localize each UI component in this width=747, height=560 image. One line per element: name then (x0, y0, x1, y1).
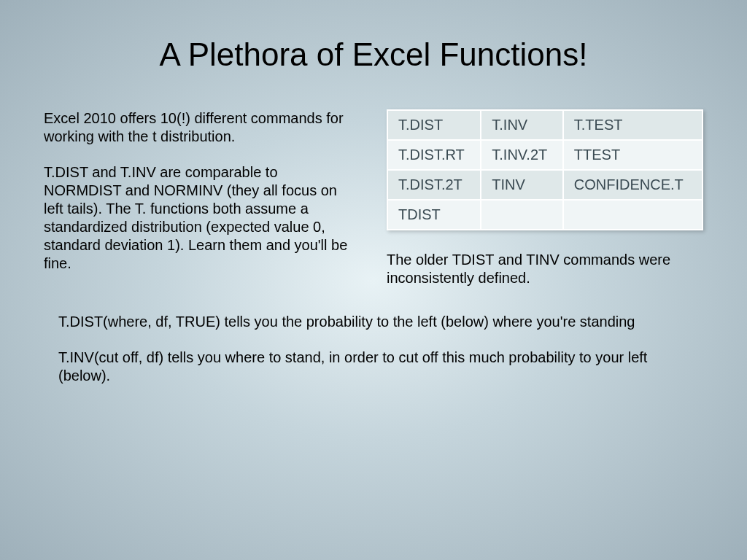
intro-paragraph: Excel 2010 offers 10(!) different comman… (44, 109, 357, 146)
table-row: TDIST (387, 200, 703, 230)
content-row: Excel 2010 offers 10(!) different comman… (44, 109, 703, 287)
table-cell: T.DIST.RT (387, 140, 481, 170)
table-row: T.DIST.2T TINV CONFIDENCE.T (387, 170, 703, 200)
tinv-explanation: T.INV(cut off, df) tells you where to st… (58, 349, 689, 385)
table-cell: T.INV.2T (481, 140, 563, 170)
right-column: T.DIST T.INV T.TEST T.DIST.RT T.INV.2T T… (387, 109, 703, 287)
functions-table: T.DIST T.INV T.TEST T.DIST.RT T.INV.2T T… (387, 109, 703, 230)
left-column: Excel 2010 offers 10(!) different comman… (44, 109, 357, 287)
table-cell (563, 200, 703, 230)
table-cell: T.INV (481, 110, 563, 140)
table-cell: TINV (481, 170, 563, 200)
table-cell: T.DIST (387, 110, 481, 140)
table-row: T.DIST T.INV T.TEST (387, 110, 703, 140)
table-caption: The older TDIST and TINV commands were i… (387, 251, 703, 287)
slide-title: A Plethora of Excel Functions! (44, 36, 703, 73)
table-cell (481, 200, 563, 230)
table-row: T.DIST.RT T.INV.2T TTEST (387, 140, 703, 170)
table-cell: T.DIST.2T (387, 170, 481, 200)
tdist-explanation: T.DIST(where, df, TRUE) tells you the pr… (58, 313, 689, 331)
table-cell: TTEST (563, 140, 703, 170)
slide: A Plethora of Excel Functions! Excel 201… (0, 0, 747, 560)
bottom-section: T.DIST(where, df, TRUE) tells you the pr… (44, 313, 703, 385)
table-cell: CONFIDENCE.T (563, 170, 703, 200)
table-cell: T.TEST (563, 110, 703, 140)
table-cell: TDIST (387, 200, 481, 230)
explanation-paragraph: T.DIST and T.INV are comparable to NORMD… (44, 163, 357, 273)
